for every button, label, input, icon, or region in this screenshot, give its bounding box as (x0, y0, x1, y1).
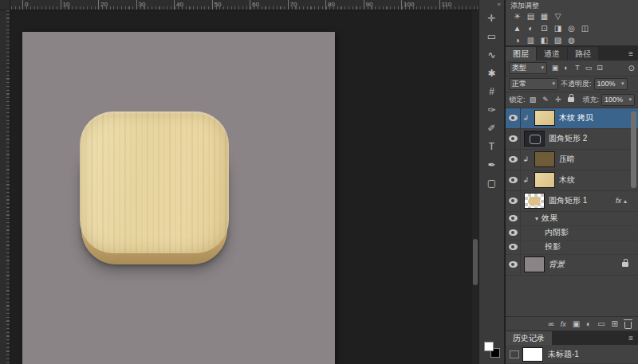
toolbox: « ✛▭∿✱#✑✐T✒▢ (478, 0, 505, 364)
visibility-eye-icon[interactable] (509, 261, 518, 268)
layer-name: 木纹 (559, 174, 638, 186)
ruler-corner (0, 0, 10, 10)
panel-menu-icon[interactable]: ≡ (628, 331, 633, 345)
layer-name: 背景 (549, 259, 622, 270)
inner-shadow-effect-row[interactable]: 内阴影 (506, 226, 638, 241)
tab-history[interactable]: 历史记录 (506, 331, 552, 345)
visibility-eye-icon[interactable] (509, 115, 518, 121)
tab-paths[interactable]: 路径 (568, 47, 598, 61)
layer-thumbnail[interactable] (524, 256, 545, 272)
layer-row-rounded-rect-2[interactable]: 圆角矩形 2 (506, 129, 638, 150)
ruler-label-110: 110 (439, 0, 452, 10)
black-white-icon[interactable]: ◨ (551, 24, 565, 33)
visibility-eye-icon[interactable] (509, 135, 518, 142)
color-balance-icon[interactable]: ⊡ (538, 24, 551, 33)
photo-filter-icon[interactable]: ◎ (565, 24, 578, 33)
visibility-eye-icon[interactable] (509, 229, 518, 236)
vibrance-icon[interactable]: ▲ (510, 24, 524, 33)
layer-row-wood[interactable]: ↳ 木纹 (506, 170, 638, 191)
opacity-dropdown[interactable]: 100% ▾ (594, 78, 628, 90)
gradient-map-icon[interactable]: ▨ (551, 36, 565, 45)
filter-kind-dropdown[interactable]: 类型 ▾ (509, 62, 547, 74)
layers-scrollbar-thumb[interactable] (631, 112, 636, 188)
threshold-icon[interactable]: ◧ (538, 36, 551, 45)
filter-shape-layers-icon[interactable]: ▭ (583, 64, 594, 72)
visibility-eye-icon[interactable] (509, 244, 518, 250)
new-group-icon[interactable]: ▭ (597, 317, 605, 331)
shape-tool-icon[interactable]: ▢ (478, 174, 505, 193)
lasso-tool-icon[interactable]: ∿ (478, 46, 505, 65)
quick-selection-tool-icon[interactable]: ✱ (478, 65, 505, 83)
lock-transparency-icon[interactable]: ▨ (528, 96, 538, 104)
background-layer-row[interactable]: 背景 (506, 255, 638, 276)
color-swatches[interactable] (484, 342, 500, 358)
pen-tool-icon[interactable]: ✒ (478, 156, 505, 174)
foreground-color-swatch[interactable] (484, 342, 494, 351)
brightness-contrast-icon[interactable]: ☀ (510, 12, 524, 21)
visibility-eye-icon[interactable] (509, 198, 518, 204)
photoshop-window: 0102030405060708090100110 « ✛▭∿✱#✑✐T✒▢ 添… (0, 0, 638, 364)
lock-all-icon[interactable] (566, 96, 577, 104)
brush-tool-icon[interactable]: ✐ (478, 119, 505, 138)
layer-thumbnail[interactable] (534, 172, 555, 188)
delete-layer-icon[interactable] (624, 322, 632, 329)
lock-pixels-icon[interactable]: ✎ (541, 96, 551, 104)
selective-color-icon[interactable]: ◍ (565, 36, 578, 45)
filter-type-layers-icon[interactable]: T (572, 64, 583, 72)
canvas[interactable] (22, 32, 335, 364)
curves-icon[interactable]: ▦ (538, 12, 551, 21)
fill-dropdown[interactable]: 100% ▾ (601, 94, 635, 106)
blend-mode-dropdown[interactable]: 正常 ▾ (509, 78, 558, 90)
link-layers-icon[interactable]: ∞ (549, 317, 554, 331)
visibility-eye-icon[interactable] (509, 215, 518, 221)
toolbox-tools: ✛▭∿✱#✑✐T✒▢ (478, 10, 505, 193)
filter-smart-objects-icon[interactable]: ⊡ (594, 64, 605, 72)
ruler-label-0: 0 (22, 0, 28, 10)
new-layer-icon[interactable]: ⊞ (612, 317, 618, 331)
marquee-tool-icon[interactable]: ▭ (478, 28, 505, 46)
history-panel-tabs: 历史记录 ≡ (506, 331, 638, 345)
panel-menu-icon[interactable]: ≡ (628, 47, 633, 61)
exposure-icon[interactable]: ▽ (551, 12, 565, 21)
hue-saturation-icon[interactable]: ◐ (524, 24, 538, 33)
new-adjustment-layer-icon[interactable]: ◐ (586, 317, 591, 331)
invert-icon[interactable]: ◑ (510, 36, 524, 45)
layer-thumbnail[interactable] (534, 110, 555, 126)
drop-shadow-effect-row[interactable]: 投影 (506, 241, 638, 255)
filter-adjustment-layers-icon[interactable]: ◐ (561, 64, 572, 72)
visibility-eye-icon[interactable] (509, 156, 518, 162)
toolbox-collapse-icon[interactable]: « (479, 0, 504, 10)
canvas-vertical-scrollbar[interactable] (472, 10, 478, 364)
levels-icon[interactable]: ▤ (524, 12, 538, 21)
tab-layers[interactable]: 图层 (506, 47, 536, 61)
eye-column (506, 170, 521, 190)
move-tool-icon[interactable]: ✛ (478, 10, 505, 28)
lock-position-icon[interactable]: ✛ (553, 96, 564, 104)
tab-channels[interactable]: 通道 (537, 47, 567, 61)
layer-row-darken[interactable]: ↳ 压暗 (506, 150, 638, 170)
collapse-effects-icon[interactable]: ▴ (624, 198, 627, 205)
layer-thumbnail[interactable] (534, 151, 555, 167)
layer-row-wood-copy[interactable]: ↳ 木纹 拷贝 (506, 108, 638, 129)
type-tool-icon[interactable]: T (478, 138, 505, 156)
history-source-box[interactable] (510, 350, 519, 358)
clipping-mask-arrow-icon: ↳ (521, 176, 531, 184)
filter-toggle-icon[interactable]: ⊙ (628, 64, 635, 72)
scrollbar-thumb[interactable] (473, 239, 478, 285)
layer-style-icon[interactable]: fx (561, 317, 566, 331)
posterize-icon[interactable]: ▥ (524, 36, 538, 45)
layer-row-rounded-rect-1[interactable]: 圆角矩形 1 fx ▴ (506, 191, 638, 212)
history-item[interactable]: 未标题-1 (506, 345, 638, 364)
add-layer-mask-icon[interactable]: ▣ (573, 317, 580, 331)
eye-column (506, 212, 521, 225)
effects-disclosure-icon[interactable]: ▾ (532, 215, 542, 222)
crop-tool-icon[interactable]: # (478, 83, 505, 101)
channel-mixer-icon[interactable]: ◫ (578, 24, 592, 33)
layer-thumbnail[interactable] (524, 131, 545, 147)
visibility-eye-icon[interactable] (509, 177, 518, 183)
filter-pixel-layers-icon[interactable]: ▣ (549, 64, 561, 72)
layer-thumbnail[interactable] (524, 193, 545, 209)
eyedropper-tool-icon[interactable]: ✑ (478, 101, 505, 119)
layer-name: 木纹 拷贝 (559, 112, 638, 123)
effects-header-row[interactable]: ▾ 效果 (506, 212, 638, 226)
